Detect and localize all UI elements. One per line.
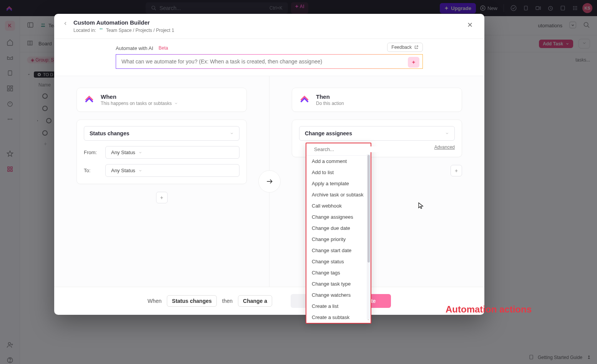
actions-search-input[interactable] xyxy=(314,146,379,152)
actions-dropdown: Add a comment Add to list Apply a templa… xyxy=(306,143,371,324)
summary-change-chip[interactable]: Change a xyxy=(238,295,272,307)
chevron-down-icon xyxy=(138,169,142,173)
scroll-down-icon[interactable] xyxy=(367,318,370,321)
when-column: When This happens on tasks or subtasks S… xyxy=(54,76,269,287)
action-option[interactable]: Change start date xyxy=(306,245,371,256)
automate-ai-label: Automate with AI xyxy=(116,45,153,51)
when-subtitle: This happens on tasks or subtasks xyxy=(101,101,172,106)
arrow-icon xyxy=(258,170,281,193)
ai-input-wrap[interactable]: ✦ xyxy=(116,54,423,69)
back-button[interactable] xyxy=(63,19,68,28)
ai-prompt-input[interactable] xyxy=(121,58,403,65)
clickup-logo-icon xyxy=(299,93,311,105)
action-select[interactable]: Change assignees xyxy=(299,126,455,141)
to-label: To: xyxy=(84,168,101,173)
add-action-button[interactable]: + xyxy=(451,165,462,176)
action-option[interactable]: Call webhook xyxy=(306,200,371,211)
beta-chip: Beta xyxy=(156,45,171,51)
from-status-select[interactable]: Any Status xyxy=(105,146,239,159)
cursor-icon xyxy=(417,201,424,211)
action-option[interactable]: Apply a template xyxy=(306,178,371,189)
then-card[interactable]: Then Do this action xyxy=(292,88,462,112)
action-option[interactable]: Add to list xyxy=(306,167,371,178)
external-link-icon xyxy=(414,45,419,50)
when-title: When xyxy=(101,93,178,100)
action-option[interactable]: Change status xyxy=(306,256,371,267)
action-option[interactable]: Change assignees xyxy=(306,211,371,223)
when-card[interactable]: When This happens on tasks or subtasks xyxy=(76,88,247,112)
chevron-down-icon xyxy=(445,131,449,135)
action-option[interactable]: Change priority xyxy=(306,234,371,245)
feedback-button[interactable]: Feedback xyxy=(387,43,423,52)
chevron-down-icon[interactable] xyxy=(174,101,178,105)
chevron-down-icon xyxy=(230,131,234,135)
located-in-label: Located in: xyxy=(73,28,96,33)
automation-builder-modal: Custom Automation Builder Located in: Te… xyxy=(54,14,484,315)
action-option[interactable]: Change task type xyxy=(306,278,371,289)
to-status-select[interactable]: Any Status xyxy=(105,164,239,177)
when-config-card: Status changes From: Any Status To: Any … xyxy=(76,120,247,184)
action-option[interactable]: Change due date xyxy=(306,223,371,234)
actions-list: Add a comment Add to list Apply a templa… xyxy=(306,156,371,323)
svg-point-51 xyxy=(100,28,101,30)
action-option[interactable]: Add a comment xyxy=(306,156,371,167)
action-option[interactable]: Change tags xyxy=(306,267,371,278)
chevron-down-icon xyxy=(138,151,142,155)
ai-submit-button[interactable]: ✦ xyxy=(408,57,419,68)
team-icon xyxy=(98,27,104,33)
summary-when: When xyxy=(148,298,162,304)
action-option[interactable]: Archive task or subtask xyxy=(306,189,371,200)
then-column: Then Do this action Change assignees Adv… xyxy=(269,76,484,287)
modal-title: Custom Automation Builder xyxy=(73,19,174,26)
then-title: Then xyxy=(316,93,344,100)
action-option[interactable]: Create a list xyxy=(306,301,371,312)
summary-then: then xyxy=(222,298,233,304)
action-option[interactable]: Change watchers xyxy=(306,289,371,301)
trigger-select[interactable]: Status changes xyxy=(84,126,239,141)
annotation-text: Automation actions xyxy=(446,304,532,315)
add-trigger-button[interactable]: + xyxy=(156,192,168,203)
svg-point-52 xyxy=(101,28,102,30)
summary-status-chip[interactable]: Status changes xyxy=(167,295,216,307)
clickup-logo-icon xyxy=(84,93,95,105)
from-label: From: xyxy=(84,150,101,155)
action-option[interactable]: Create a subtask xyxy=(306,312,371,323)
breadcrumb[interactable]: Team Space / Projects / Project 1 xyxy=(106,28,174,33)
close-button[interactable]: ✕ xyxy=(464,19,476,31)
then-subtitle: Do this action xyxy=(316,101,344,106)
scrollbar-thumb[interactable] xyxy=(368,155,370,263)
